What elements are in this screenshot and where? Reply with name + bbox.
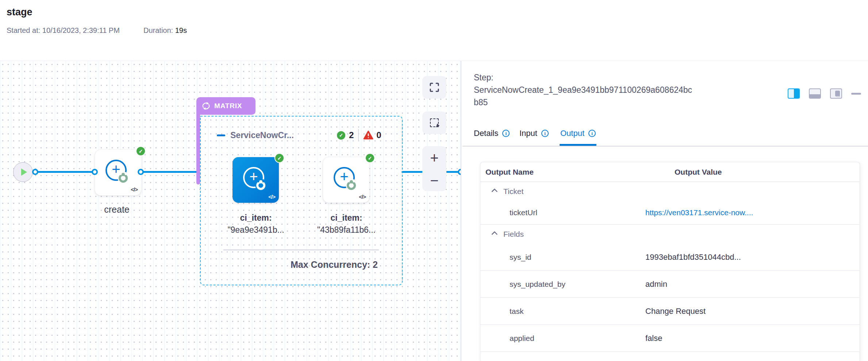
play-icon xyxy=(21,168,27,176)
zoom-out-button[interactable]: − xyxy=(430,171,438,190)
create-success-badge: ✓ xyxy=(136,146,146,156)
output-value: Change Request xyxy=(645,307,706,316)
create-node-label: create xyxy=(91,204,142,215)
tab-details[interactable]: Details i xyxy=(474,129,510,138)
minimize-button[interactable] xyxy=(851,93,861,95)
fit-to-screen-button[interactable] xyxy=(422,76,446,99)
zoom-in-button[interactable]: + xyxy=(430,148,438,168)
matrix-node-header[interactable]: ServiceNowCr... xyxy=(217,129,294,142)
warning-icon xyxy=(363,130,373,140)
matrix-badge[interactable]: MATRIX xyxy=(196,97,256,115)
output-value: admin xyxy=(645,280,667,289)
table-row-sys-id: sys_id 1993ebaf1bfd351044cbd... xyxy=(480,244,860,271)
item-2-success-badge: ✓ xyxy=(365,153,375,163)
output-value: false xyxy=(645,334,662,343)
matrix-bar xyxy=(196,114,200,185)
group-row-ticket[interactable]: Ticket xyxy=(480,182,860,201)
edge-start-to-create xyxy=(29,171,95,173)
code-glyph: </> xyxy=(131,186,138,193)
item-1-success-badge: ✓ xyxy=(274,153,284,163)
step-tabs: Details i Input i Output i xyxy=(462,129,868,146)
port-create-in[interactable] xyxy=(92,169,98,175)
execution-screen: stage Started at: 10/16/2023, 2:39:11 PM… xyxy=(0,0,868,361)
stage-title: stage xyxy=(7,7,32,18)
start-node[interactable] xyxy=(13,162,33,182)
fullscreen-icon xyxy=(430,83,439,92)
table-header-row: Output Name Output Value xyxy=(480,162,860,182)
chevron-up-icon[interactable] xyxy=(491,189,498,195)
matrix-item-node-2[interactable]: + </> xyxy=(323,157,369,203)
collapse-icon[interactable] xyxy=(217,134,225,136)
view-mode-switcher xyxy=(788,88,861,99)
split-bottom-view-button[interactable] xyxy=(809,88,821,99)
output-name: sys_updated_by xyxy=(480,280,645,289)
output-value: 1993ebaf1bfd351044cbd... xyxy=(645,252,741,262)
output-table: Output Name Output Value Ticket ticketUr… xyxy=(480,162,860,361)
duration: Duration: 19s xyxy=(143,26,187,35)
chevron-up-icon[interactable] xyxy=(491,231,498,238)
dialog-view-button[interactable] xyxy=(830,88,842,99)
matrix-status: ✓ 2 0 xyxy=(336,129,381,142)
duration-value: 19s xyxy=(175,26,187,34)
output-name: sys_id xyxy=(480,253,645,262)
step-title: Step: ServiceNowCreate_1_9ea9e3491bb9711… xyxy=(474,71,695,109)
matrix-badge-label: MATRIX xyxy=(214,102,242,110)
started-at: Started at: 10/16/2023, 2:39:11 PM xyxy=(7,26,120,35)
matrix-item-node-1[interactable]: + </> xyxy=(233,157,279,203)
servicenow-create-icon: + xyxy=(334,167,355,188)
max-concurrency: Max Concurrency: 2 xyxy=(268,259,378,270)
info-icon[interactable]: i xyxy=(541,130,549,137)
group-label: Fields xyxy=(503,230,524,239)
zoom-control: + − xyxy=(422,146,446,191)
matrix-footer-divider xyxy=(223,250,379,250)
info-icon[interactable]: i xyxy=(588,130,596,137)
port-start-out[interactable] xyxy=(32,169,38,175)
output-name: applied xyxy=(480,334,645,343)
loop-icon xyxy=(201,102,211,110)
marquee-select-button[interactable] xyxy=(422,111,446,134)
group-row-fields[interactable]: Fields xyxy=(480,225,860,244)
port-stage-out[interactable] xyxy=(458,169,461,175)
step-details-panel: Step: ServiceNowCreate_1_9ea9e3491bb9711… xyxy=(462,61,868,361)
tab-input[interactable]: Input i xyxy=(519,129,549,138)
info-icon[interactable]: i xyxy=(502,130,510,137)
ticket-url-link[interactable]: https://ven03171.service-now.... xyxy=(645,208,753,217)
servicenow-create-icon: + xyxy=(243,167,264,188)
status-divider xyxy=(358,129,359,141)
pipeline-canvas[interactable]: + </> ✓ create MATRIX ServiceNowCr... ✓ xyxy=(0,61,461,361)
started-at-value: 10/16/2023, 2:39:11 PM xyxy=(42,26,120,34)
table-row-sys-updated-by: sys_updated_by admin xyxy=(480,271,860,298)
marquee-icon xyxy=(430,118,439,127)
tabs-border xyxy=(462,146,868,147)
col-output-value: Output Value xyxy=(675,168,722,176)
group-label: Ticket xyxy=(503,187,523,196)
duration-label: Duration: xyxy=(143,26,173,34)
code-glyph: </> xyxy=(268,194,275,200)
success-count-icon: ✓ xyxy=(336,130,346,140)
output-name: task xyxy=(480,307,645,316)
code-glyph: </> xyxy=(359,194,366,200)
col-output-name: Output Name xyxy=(480,168,675,176)
tab-output[interactable]: Output i xyxy=(560,129,596,138)
table-row-applied: applied false xyxy=(480,325,860,352)
edge-create-to-matrix xyxy=(141,171,197,173)
output-name: ticketUrl xyxy=(480,208,645,217)
create-step-node[interactable]: + </> xyxy=(95,150,141,195)
table-row-task: task Change Request xyxy=(480,298,860,325)
started-at-label: Started at: xyxy=(7,26,40,34)
table-row-ticketurl: ticketUrl https://ven03171.service-now..… xyxy=(480,201,860,225)
stage-header: stage Started at: 10/16/2023, 2:39:11 PM… xyxy=(0,0,868,61)
servicenow-create-icon: + xyxy=(105,160,127,181)
port-create-out[interactable] xyxy=(138,169,144,175)
matrix-node-title: ServiceNowCr... xyxy=(230,130,294,140)
panel-divider[interactable] xyxy=(461,61,461,361)
split-right-view-button[interactable] xyxy=(788,88,800,99)
error-count: 0 xyxy=(376,130,381,140)
success-count: 2 xyxy=(349,130,354,140)
